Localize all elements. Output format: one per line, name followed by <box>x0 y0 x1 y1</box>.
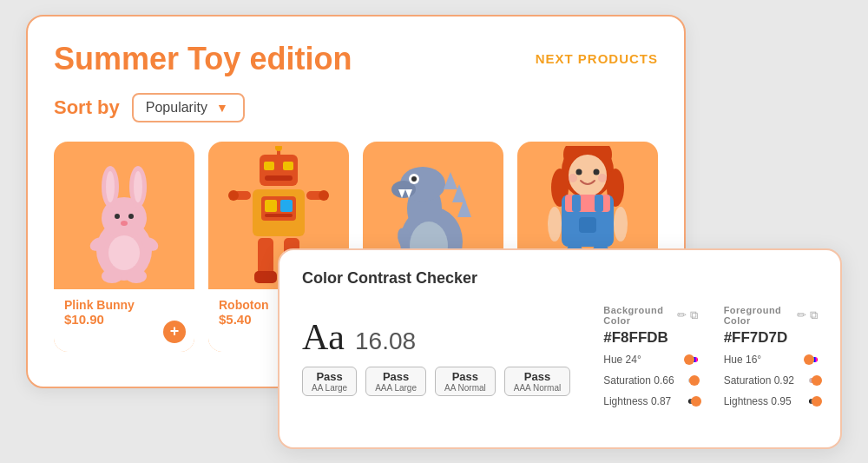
badge-aa-normal-level: AA Normal <box>444 383 486 393</box>
svg-point-5 <box>134 171 142 202</box>
svg-point-26 <box>228 190 239 201</box>
bg-edit-icon[interactable]: ✏ <box>677 308 687 322</box>
svg-point-3 <box>106 171 115 202</box>
svg-point-58 <box>569 174 577 182</box>
sort-row: Sort by Popularity ▼ <box>54 93 658 122</box>
svg-rect-18 <box>283 162 293 170</box>
bg-color-label: Background Color <box>603 305 676 326</box>
bg-hue-slider[interactable] <box>688 357 697 362</box>
badge-aa-normal: Pass AA Normal <box>435 367 496 396</box>
svg-rect-19 <box>265 175 293 181</box>
svg-rect-23 <box>280 200 293 212</box>
badge-aaa-large-pass: Pass <box>375 370 417 383</box>
badge-aa-large-level: AA Large <box>312 383 347 393</box>
badge-aa-large-pass: Pass <box>312 370 347 383</box>
fg-light-label: Lightness 0.95 <box>724 395 802 407</box>
svg-rect-17 <box>264 162 274 170</box>
bg-color-icons[interactable]: ✏ ⧉ <box>677 308 698 322</box>
product-name-bunny: Plink Bunny <box>64 298 184 312</box>
fg-copy-icon[interactable]: ⧉ <box>810 308 818 322</box>
svg-point-6 <box>115 214 120 219</box>
svg-point-38 <box>411 176 417 182</box>
badge-aaa-normal-pass: Pass <box>514 370 561 383</box>
bg-sat: Saturation 0.66 <box>603 374 697 387</box>
chevron-down-icon: ▼ <box>216 101 228 115</box>
badge-aa-normal-pass: Pass <box>444 370 486 383</box>
badge-aaa-large: Pass AAA Large <box>365 367 426 396</box>
bunny-svg <box>72 150 176 289</box>
contrast-card-title: Color Contrast Checker <box>302 269 818 288</box>
fg-color-icons[interactable]: ✏ ⧉ <box>797 308 818 322</box>
svg-rect-64 <box>579 217 596 233</box>
contrast-card: Color Contrast Checker Aa 16.08 Pass AA … <box>278 248 842 449</box>
svg-rect-61 <box>565 195 610 212</box>
bg-sat-slider[interactable] <box>688 378 697 383</box>
badge-aaa-normal-level: AAA Normal <box>514 383 561 393</box>
scene: Summer Toy edition NEXT PRODUCTS Sort by… <box>26 15 842 449</box>
bg-light-label: Lightness 0.87 <box>603 395 681 407</box>
badge-aaa-normal: Pass AAA Normal <box>504 367 570 396</box>
svg-point-8 <box>121 221 128 226</box>
svg-point-57 <box>594 169 600 175</box>
fg-hue: Hue 16° <box>724 354 818 366</box>
bg-color-panel: Background Color ✏ ⧉ #F8FFDB Hue 24° <box>603 305 697 416</box>
bg-hex: #F8FFDB <box>603 329 697 347</box>
bg-sat-label: Saturation 0.66 <box>603 374 681 387</box>
toy-card-header: Summer Toy edition NEXT PRODUCTS <box>54 41 658 77</box>
svg-rect-62 <box>572 195 581 212</box>
contrast-main-row: Aa 16.08 Pass AA Large Pass AAA Large Pa… <box>302 296 818 416</box>
product-info-bunny: Plink Bunny $10.90 + <box>54 289 194 352</box>
fg-sat-label: Saturation 0.92 <box>724 374 802 387</box>
svg-point-70 <box>614 207 628 241</box>
svg-rect-22 <box>265 200 277 212</box>
bunny-image <box>54 150 194 289</box>
sort-dropdown[interactable]: Popularity ▼ <box>132 93 245 122</box>
bg-light-slider[interactable] <box>688 399 697 404</box>
svg-rect-24 <box>265 214 293 217</box>
sort-label: Sort by <box>54 96 120 119</box>
svg-point-7 <box>128 214 134 219</box>
svg-marker-39 <box>444 172 457 189</box>
fg-light: Lightness 0.95 <box>724 395 818 407</box>
fg-hex: #FF7D7D <box>724 329 818 347</box>
bg-hue: Hue 24° <box>603 354 697 366</box>
sort-value: Popularity <box>146 100 207 116</box>
bg-hue-label: Hue 24° <box>603 354 681 366</box>
fg-hue-label: Hue 16° <box>724 354 802 366</box>
toy-card-title: Summer Toy edition <box>54 41 352 77</box>
svg-point-16 <box>275 146 282 151</box>
svg-rect-31 <box>254 271 277 283</box>
svg-point-59 <box>598 174 607 182</box>
svg-point-28 <box>319 190 329 201</box>
badge-aa-large: Pass AA Large <box>302 367 357 396</box>
fg-color-header: Foreground Color ✏ ⧉ <box>724 305 818 326</box>
fg-color-panel: Foreground Color ✏ ⧉ #FF7D7D Hue 16° <box>724 305 818 416</box>
product-item-bunny: Plink Bunny $10.90 + <box>54 142 194 352</box>
svg-point-69 <box>548 207 562 241</box>
svg-rect-63 <box>595 195 603 212</box>
contrast-badges: Pass AA Large Pass AAA Large Pass AA Nor… <box>302 367 570 396</box>
fg-sat-slider[interactable] <box>809 378 818 383</box>
badge-aaa-large-level: AAA Large <box>375 383 417 393</box>
bg-copy-icon[interactable]: ⧉ <box>690 308 698 322</box>
fg-edit-icon[interactable]: ✏ <box>797 308 806 322</box>
next-products-label[interactable]: NEXT PRODUCTS <box>536 51 658 66</box>
sample-text: Aa <box>302 316 345 358</box>
svg-point-13 <box>126 269 147 283</box>
add-bunny-button[interactable]: + <box>163 321 186 343</box>
fg-hue-slider[interactable] <box>809 357 818 362</box>
fg-light-slider[interactable] <box>809 399 818 404</box>
svg-point-11 <box>108 235 140 270</box>
svg-point-56 <box>576 169 582 175</box>
svg-rect-14 <box>260 155 298 186</box>
contrast-score: 16.08 <box>355 327 416 355</box>
bg-color-header: Background Color ✏ ⧉ <box>603 305 697 326</box>
fg-color-label: Foreground Color <box>724 305 797 326</box>
fg-sat: Saturation 0.92 <box>724 374 818 387</box>
svg-point-12 <box>102 269 122 283</box>
svg-rect-29 <box>258 238 273 276</box>
contrast-colors: Background Color ✏ ⧉ #F8FFDB Hue 24° <box>603 305 818 416</box>
bg-light: Lightness 0.87 <box>603 395 697 407</box>
